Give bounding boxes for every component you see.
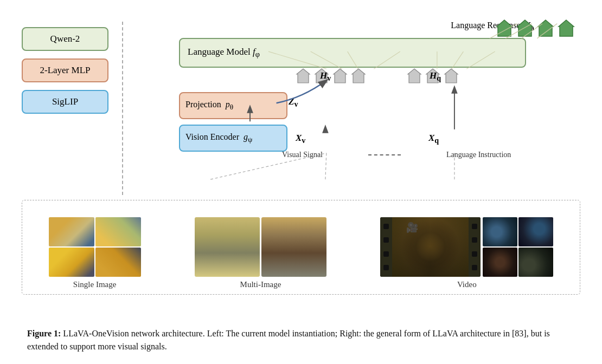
green-token-3 xyxy=(537,19,554,37)
green-output-tokens xyxy=(496,19,575,37)
caption-text: LLaVA-OneVision network architecture. Le… xyxy=(27,329,550,351)
label-xv: Xv xyxy=(296,133,305,145)
video-right-filmstrip xyxy=(469,217,481,277)
film-hole-4 xyxy=(383,265,389,270)
label-hv: Hv xyxy=(320,70,331,83)
svg-marker-6 xyxy=(334,69,347,83)
label-hq: Hq xyxy=(430,70,441,83)
single-image-group: Single Image xyxy=(49,217,141,289)
divider-line xyxy=(122,22,123,195)
svg-marker-7 xyxy=(352,69,365,83)
figure-caption: Figure 1: LLaVA-OneVision network archit… xyxy=(16,327,586,353)
single-image-grid xyxy=(49,217,141,277)
svg-marker-0 xyxy=(497,20,512,36)
mlp-label: 2-Layer MLP xyxy=(40,65,90,75)
svg-marker-4 xyxy=(297,69,310,83)
video-cell-3 xyxy=(483,248,517,277)
taxi-image-4 xyxy=(95,248,141,277)
dashed-separator xyxy=(368,154,401,155)
mlp-box: 2-Layer MLP xyxy=(22,58,108,82)
film-hole-5 xyxy=(472,224,477,229)
film-hole-6 xyxy=(472,237,477,243)
main-container: Qwen-2 2-Layer MLP SigLIP Language Model… xyxy=(0,0,602,364)
language-model-box: Language Model fφ xyxy=(179,38,526,68)
figure-num: Figure 1: xyxy=(27,329,61,338)
green-token-2 xyxy=(516,19,534,37)
siglip-label: SigLIP xyxy=(52,96,78,107)
video-label: Video xyxy=(457,280,477,289)
images-row: Single Image Multi-Image xyxy=(22,217,580,289)
gray-token-hq-1 xyxy=(407,68,422,84)
projection-label: Projection pθ xyxy=(185,100,233,112)
taxi-image-2 xyxy=(95,217,141,246)
gray-token-hv-1 xyxy=(296,68,311,84)
gray-token-hv-3 xyxy=(332,68,348,84)
single-image-label: Single Image xyxy=(73,280,117,289)
video-main: 🎥 xyxy=(380,217,481,277)
film-hole-7 xyxy=(472,251,477,257)
camera-icon: 🎥 xyxy=(406,222,418,233)
dog-image xyxy=(195,217,260,277)
monkey-image xyxy=(261,217,326,277)
svg-marker-3 xyxy=(559,20,574,36)
video-cell-2 xyxy=(518,217,553,246)
film-hole-2 xyxy=(383,237,389,243)
multi-image-group: Multi-Image xyxy=(195,217,326,289)
projection-box: Projection pθ xyxy=(179,92,287,119)
green-token-1 xyxy=(496,19,513,37)
video-cell-1 xyxy=(483,217,517,246)
signal-labels: Visual Signal Language Instruction xyxy=(282,151,511,159)
film-hole-1 xyxy=(383,224,389,229)
taxi-image-1 xyxy=(49,217,94,246)
video-grid xyxy=(483,217,553,277)
label-zv: Zv xyxy=(289,96,298,109)
qwen-label: Qwen-2 xyxy=(50,34,80,44)
svg-marker-8 xyxy=(408,69,421,83)
vision-encoder-box: Vision Encoder gψ xyxy=(179,125,287,152)
diagram-area: Qwen-2 2-Layer MLP SigLIP Language Model… xyxy=(16,11,586,322)
right-diagram: Language Model fφ Language Response Xa xyxy=(136,16,586,200)
multi-image-label: Multi-Image xyxy=(240,280,281,289)
gray-token-hv-4 xyxy=(351,68,366,84)
multi-image-pair xyxy=(195,217,326,277)
video-cell-4 xyxy=(518,248,553,277)
siglip-box: SigLIP xyxy=(22,90,108,114)
visual-signal-label: Visual Signal xyxy=(282,151,323,159)
left-panel: Qwen-2 2-Layer MLP SigLIP xyxy=(22,27,108,114)
video-group: 🎥 xyxy=(380,217,553,289)
svg-marker-10 xyxy=(445,69,458,83)
label-xq: Xq xyxy=(428,133,439,145)
svg-marker-2 xyxy=(538,20,553,36)
lang-model-label: Language Model fφ xyxy=(188,47,260,59)
gray-token-hq-3 xyxy=(444,68,459,84)
language-instruction-label: Language Instruction xyxy=(446,151,511,159)
film-hole-8 xyxy=(472,265,477,270)
svg-marker-1 xyxy=(517,20,533,36)
taxi-image-3 xyxy=(49,248,94,277)
qwen-box: Qwen-2 xyxy=(22,27,108,51)
vision-encoder-label: Vision Encoder gψ xyxy=(185,132,252,144)
film-hole-3 xyxy=(383,251,389,257)
video-content: 🎥 xyxy=(392,217,469,277)
video-spiral xyxy=(392,217,469,277)
video-left-filmstrip xyxy=(380,217,392,277)
green-token-4 xyxy=(558,19,575,37)
